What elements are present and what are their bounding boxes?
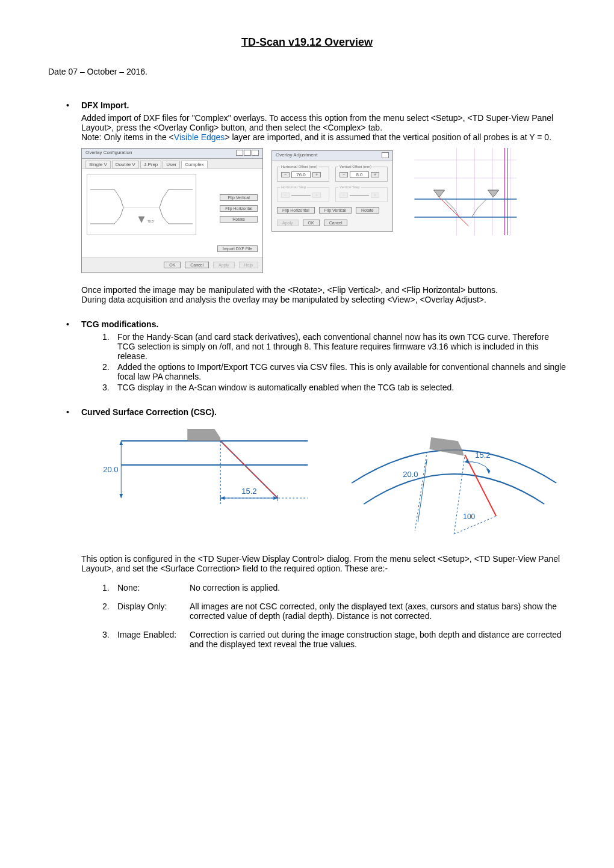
tcg-item-2: Added the options to Import/Export TCG c… xyxy=(117,362,566,381)
adj-rotate-button[interactable]: Rotate xyxy=(356,207,379,214)
list-num: 1. xyxy=(102,332,117,361)
cancel-button[interactable]: Cancel xyxy=(185,262,209,268)
dfx-p3: During data acquisition and analysis the… xyxy=(48,295,566,304)
h-offset-minus[interactable]: − xyxy=(281,172,290,177)
visible-edges-link[interactable]: Visible Edges xyxy=(174,132,225,142)
csc-curved-diagram: 15.2 20.0 100 xyxy=(330,423,566,539)
csc-flat-diagram: 20.0 15.2 xyxy=(81,423,318,539)
adj-flip-h-button[interactable]: Flip Horizontal xyxy=(277,207,315,214)
h-offset-plus[interactable]: + xyxy=(312,172,321,177)
date-line: Date 07 – October – 2016. xyxy=(48,67,566,76)
bullet-icon: • xyxy=(66,319,81,329)
csc-option-image: 3. Image Enabled: Correction is carried … xyxy=(102,630,566,649)
svg-marker-1 xyxy=(138,217,144,223)
tab-double-v[interactable]: Double V xyxy=(112,161,139,168)
bullet-icon: • xyxy=(66,407,81,417)
ok-button[interactable]: OK xyxy=(164,262,181,268)
page-title: TD-Scan v19.12 Overview xyxy=(48,36,566,49)
list-num: 2. xyxy=(102,362,117,381)
csc-right-20: 20.0 xyxy=(403,470,418,479)
section-csc: • Curved Surface Correction (CSC). 20.0 … xyxy=(48,407,566,649)
dfx-p1: Added import of DXF files for "Complex" … xyxy=(48,113,566,132)
note-label: Note: xyxy=(81,132,104,142)
tcg-item-3: TCG display in the A-Scan window is auto… xyxy=(117,383,566,392)
csc-right-r: 100 xyxy=(463,512,475,521)
help-button[interactable]: Help xyxy=(239,262,258,268)
svg-marker-24 xyxy=(119,441,123,445)
csc-left-20: 20.0 xyxy=(103,465,118,474)
svg-marker-25 xyxy=(119,494,123,498)
import-dxf-button[interactable]: Import DXF File xyxy=(217,245,258,252)
tab-strip: Single V Double V J-Prep User Complex xyxy=(82,159,262,169)
v-offset-plus[interactable]: + xyxy=(371,172,379,177)
section-dfx: • DFX Import. Added import of DXF files … xyxy=(48,100,566,304)
flip-vertical-button[interactable]: Flip Vertical xyxy=(220,194,258,201)
v-offset-label: Vertical Offset (mm) xyxy=(338,165,373,168)
overlay-adjust-dialog: Overlay Adjustment Horizontal Offset (mm… xyxy=(271,150,393,232)
window-controls[interactable] xyxy=(235,150,259,157)
dfx-p2: Once imported the image may be manipulat… xyxy=(48,285,566,295)
csc-heading: Curved Surface Correction (CSC). xyxy=(81,407,217,417)
overlay-config-title: Overlay Configuration xyxy=(85,150,132,157)
close-icon[interactable] xyxy=(381,152,389,159)
dfx-heading: DFX Import. xyxy=(81,100,129,110)
h-offset-label: Horizontal Offset (mm) xyxy=(280,165,318,168)
overlay-preview: 70.0° xyxy=(87,174,196,235)
adj-cancel-button[interactable]: Cancel xyxy=(324,220,348,226)
h-offset-value[interactable]: 76.0 xyxy=(291,171,311,178)
adj-apply-button[interactable]: Apply xyxy=(277,220,299,226)
csc-option-display: 2. Display Only: All images are not CSC … xyxy=(102,602,566,621)
tab-jprep[interactable]: J-Prep xyxy=(140,161,162,168)
adj-flip-v-button[interactable]: Flip Vertical xyxy=(319,207,352,214)
svg-marker-21 xyxy=(220,496,225,500)
v-offset-value[interactable]: 8.0 xyxy=(350,171,369,178)
rotate-button[interactable]: Rotate xyxy=(220,216,258,223)
section-tcg: • TCG modifications. 1.For the Handy-Sca… xyxy=(48,319,566,392)
apply-button[interactable]: Apply xyxy=(213,262,235,268)
svg-text:70.0°: 70.0° xyxy=(147,220,155,223)
csc-p1: This option is configured in the <TD Sup… xyxy=(48,554,566,573)
csc-left-15: 15.2 xyxy=(241,487,256,496)
tab-user[interactable]: User xyxy=(163,161,180,168)
tab-single-v[interactable]: Single V xyxy=(85,161,111,168)
adj-ok-button[interactable]: OK xyxy=(303,220,320,226)
flip-horizontal-button[interactable]: Flip Horizontal xyxy=(220,205,258,212)
svg-line-31 xyxy=(415,452,427,531)
adjust-title: Overlay Adjustment xyxy=(276,152,317,159)
bullet-icon: • xyxy=(66,100,81,110)
tcg-item-1: For the Handy-Scan (and card stack deriv… xyxy=(117,332,566,361)
list-num: 3. xyxy=(102,383,117,392)
svg-line-27 xyxy=(454,455,465,534)
csc-option-none: 1. None: No correction is applied. xyxy=(102,583,566,593)
v-offset-minus[interactable]: − xyxy=(340,172,348,177)
note-text: Only items in the <Visible Edges> layer … xyxy=(104,132,566,142)
tab-complex[interactable]: Complex xyxy=(181,161,208,168)
tcg-heading: TCG modifications. xyxy=(81,319,158,329)
overlay-config-dialog: Overlay Configuration Single V Double V … xyxy=(81,148,263,273)
h-step-label: Horizontal Step xyxy=(280,185,307,189)
csc-right-15: 15.2 xyxy=(475,451,490,460)
v-step-label: Vertical Step xyxy=(338,185,361,189)
